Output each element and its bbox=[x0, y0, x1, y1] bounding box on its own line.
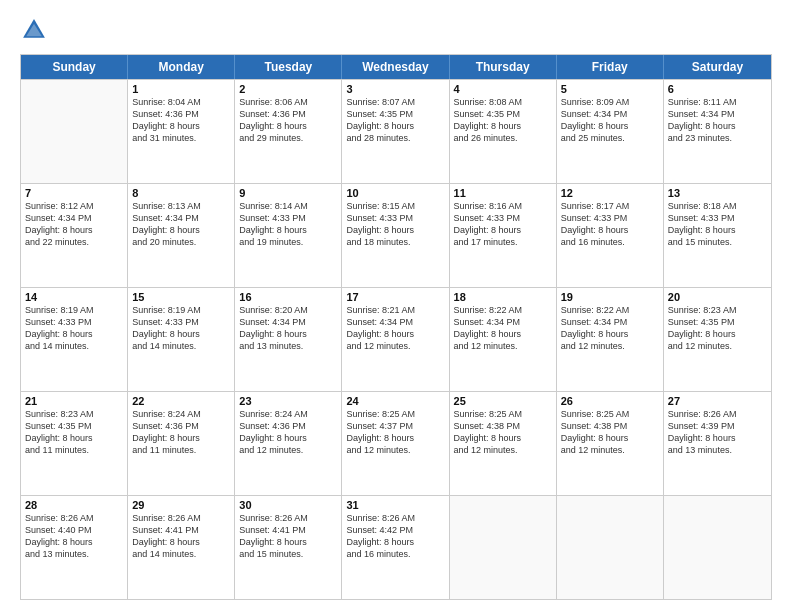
day-info: Sunrise: 8:16 AM Sunset: 4:33 PM Dayligh… bbox=[454, 200, 552, 249]
day-info: Sunrise: 8:20 AM Sunset: 4:34 PM Dayligh… bbox=[239, 304, 337, 353]
day-info: Sunrise: 8:04 AM Sunset: 4:36 PM Dayligh… bbox=[132, 96, 230, 145]
calendar-cell: 14Sunrise: 8:19 AM Sunset: 4:33 PM Dayli… bbox=[21, 288, 128, 391]
day-info: Sunrise: 8:22 AM Sunset: 4:34 PM Dayligh… bbox=[454, 304, 552, 353]
weekday-header: Sunday bbox=[21, 55, 128, 79]
day-info: Sunrise: 8:15 AM Sunset: 4:33 PM Dayligh… bbox=[346, 200, 444, 249]
day-number: 7 bbox=[25, 187, 123, 199]
calendar-cell: 22Sunrise: 8:24 AM Sunset: 4:36 PM Dayli… bbox=[128, 392, 235, 495]
calendar-cell: 15Sunrise: 8:19 AM Sunset: 4:33 PM Dayli… bbox=[128, 288, 235, 391]
logo-area bbox=[20, 16, 50, 44]
day-info: Sunrise: 8:26 AM Sunset: 4:41 PM Dayligh… bbox=[132, 512, 230, 561]
calendar-cell: 26Sunrise: 8:25 AM Sunset: 4:38 PM Dayli… bbox=[557, 392, 664, 495]
calendar-cell: 27Sunrise: 8:26 AM Sunset: 4:39 PM Dayli… bbox=[664, 392, 771, 495]
calendar-cell: 18Sunrise: 8:22 AM Sunset: 4:34 PM Dayli… bbox=[450, 288, 557, 391]
calendar-cell: 5Sunrise: 8:09 AM Sunset: 4:34 PM Daylig… bbox=[557, 80, 664, 183]
day-number: 27 bbox=[668, 395, 767, 407]
calendar-cell: 19Sunrise: 8:22 AM Sunset: 4:34 PM Dayli… bbox=[557, 288, 664, 391]
day-info: Sunrise: 8:25 AM Sunset: 4:38 PM Dayligh… bbox=[454, 408, 552, 457]
day-number: 19 bbox=[561, 291, 659, 303]
calendar-row: 14Sunrise: 8:19 AM Sunset: 4:33 PM Dayli… bbox=[21, 287, 771, 391]
day-number: 22 bbox=[132, 395, 230, 407]
calendar-cell: 6Sunrise: 8:11 AM Sunset: 4:34 PM Daylig… bbox=[664, 80, 771, 183]
day-number: 26 bbox=[561, 395, 659, 407]
calendar-cell: 20Sunrise: 8:23 AM Sunset: 4:35 PM Dayli… bbox=[664, 288, 771, 391]
day-info: Sunrise: 8:25 AM Sunset: 4:37 PM Dayligh… bbox=[346, 408, 444, 457]
calendar-cell: 23Sunrise: 8:24 AM Sunset: 4:36 PM Dayli… bbox=[235, 392, 342, 495]
day-number: 23 bbox=[239, 395, 337, 407]
day-number: 16 bbox=[239, 291, 337, 303]
day-info: Sunrise: 8:09 AM Sunset: 4:34 PM Dayligh… bbox=[561, 96, 659, 145]
day-number: 2 bbox=[239, 83, 337, 95]
day-info: Sunrise: 8:06 AM Sunset: 4:36 PM Dayligh… bbox=[239, 96, 337, 145]
day-number: 24 bbox=[346, 395, 444, 407]
day-number: 30 bbox=[239, 499, 337, 511]
calendar-cell: 10Sunrise: 8:15 AM Sunset: 4:33 PM Dayli… bbox=[342, 184, 449, 287]
day-number: 5 bbox=[561, 83, 659, 95]
day-number: 6 bbox=[668, 83, 767, 95]
day-info: Sunrise: 8:23 AM Sunset: 4:35 PM Dayligh… bbox=[668, 304, 767, 353]
day-info: Sunrise: 8:24 AM Sunset: 4:36 PM Dayligh… bbox=[132, 408, 230, 457]
calendar-page: SundayMondayTuesdayWednesdayThursdayFrid… bbox=[0, 0, 792, 612]
calendar-cell: 30Sunrise: 8:26 AM Sunset: 4:41 PM Dayli… bbox=[235, 496, 342, 599]
day-info: Sunrise: 8:26 AM Sunset: 4:39 PM Dayligh… bbox=[668, 408, 767, 457]
day-info: Sunrise: 8:17 AM Sunset: 4:33 PM Dayligh… bbox=[561, 200, 659, 249]
day-info: Sunrise: 8:12 AM Sunset: 4:34 PM Dayligh… bbox=[25, 200, 123, 249]
calendar-cell bbox=[450, 496, 557, 599]
weekday-header: Thursday bbox=[450, 55, 557, 79]
header bbox=[20, 16, 772, 44]
calendar-cell: 16Sunrise: 8:20 AM Sunset: 4:34 PM Dayli… bbox=[235, 288, 342, 391]
calendar-cell: 17Sunrise: 8:21 AM Sunset: 4:34 PM Dayli… bbox=[342, 288, 449, 391]
calendar: SundayMondayTuesdayWednesdayThursdayFrid… bbox=[20, 54, 772, 600]
day-number: 29 bbox=[132, 499, 230, 511]
calendar-cell bbox=[21, 80, 128, 183]
day-number: 8 bbox=[132, 187, 230, 199]
day-info: Sunrise: 8:24 AM Sunset: 4:36 PM Dayligh… bbox=[239, 408, 337, 457]
calendar-cell: 2Sunrise: 8:06 AM Sunset: 4:36 PM Daylig… bbox=[235, 80, 342, 183]
day-number: 12 bbox=[561, 187, 659, 199]
day-number: 3 bbox=[346, 83, 444, 95]
day-info: Sunrise: 8:13 AM Sunset: 4:34 PM Dayligh… bbox=[132, 200, 230, 249]
day-info: Sunrise: 8:11 AM Sunset: 4:34 PM Dayligh… bbox=[668, 96, 767, 145]
day-number: 10 bbox=[346, 187, 444, 199]
day-number: 31 bbox=[346, 499, 444, 511]
calendar-cell: 7Sunrise: 8:12 AM Sunset: 4:34 PM Daylig… bbox=[21, 184, 128, 287]
day-info: Sunrise: 8:22 AM Sunset: 4:34 PM Dayligh… bbox=[561, 304, 659, 353]
calendar-cell: 29Sunrise: 8:26 AM Sunset: 4:41 PM Dayli… bbox=[128, 496, 235, 599]
day-number: 15 bbox=[132, 291, 230, 303]
weekday-header: Monday bbox=[128, 55, 235, 79]
day-info: Sunrise: 8:23 AM Sunset: 4:35 PM Dayligh… bbox=[25, 408, 123, 457]
day-info: Sunrise: 8:19 AM Sunset: 4:33 PM Dayligh… bbox=[25, 304, 123, 353]
weekday-header: Tuesday bbox=[235, 55, 342, 79]
calendar-cell: 28Sunrise: 8:26 AM Sunset: 4:40 PM Dayli… bbox=[21, 496, 128, 599]
weekday-header: Saturday bbox=[664, 55, 771, 79]
calendar-cell bbox=[557, 496, 664, 599]
calendar-cell: 9Sunrise: 8:14 AM Sunset: 4:33 PM Daylig… bbox=[235, 184, 342, 287]
day-info: Sunrise: 8:25 AM Sunset: 4:38 PM Dayligh… bbox=[561, 408, 659, 457]
calendar-cell: 8Sunrise: 8:13 AM Sunset: 4:34 PM Daylig… bbox=[128, 184, 235, 287]
calendar-cell: 24Sunrise: 8:25 AM Sunset: 4:37 PM Dayli… bbox=[342, 392, 449, 495]
day-info: Sunrise: 8:26 AM Sunset: 4:42 PM Dayligh… bbox=[346, 512, 444, 561]
calendar-cell: 25Sunrise: 8:25 AM Sunset: 4:38 PM Dayli… bbox=[450, 392, 557, 495]
calendar-cell: 31Sunrise: 8:26 AM Sunset: 4:42 PM Dayli… bbox=[342, 496, 449, 599]
day-number: 11 bbox=[454, 187, 552, 199]
calendar-cell: 1Sunrise: 8:04 AM Sunset: 4:36 PM Daylig… bbox=[128, 80, 235, 183]
day-number: 13 bbox=[668, 187, 767, 199]
day-number: 20 bbox=[668, 291, 767, 303]
calendar-cell: 21Sunrise: 8:23 AM Sunset: 4:35 PM Dayli… bbox=[21, 392, 128, 495]
day-number: 9 bbox=[239, 187, 337, 199]
day-number: 1 bbox=[132, 83, 230, 95]
day-number: 17 bbox=[346, 291, 444, 303]
calendar-header: SundayMondayTuesdayWednesdayThursdayFrid… bbox=[21, 55, 771, 79]
logo-icon bbox=[20, 16, 48, 44]
day-info: Sunrise: 8:18 AM Sunset: 4:33 PM Dayligh… bbox=[668, 200, 767, 249]
calendar-cell: 11Sunrise: 8:16 AM Sunset: 4:33 PM Dayli… bbox=[450, 184, 557, 287]
day-number: 4 bbox=[454, 83, 552, 95]
weekday-header: Wednesday bbox=[342, 55, 449, 79]
calendar-row: 7Sunrise: 8:12 AM Sunset: 4:34 PM Daylig… bbox=[21, 183, 771, 287]
calendar-cell: 13Sunrise: 8:18 AM Sunset: 4:33 PM Dayli… bbox=[664, 184, 771, 287]
day-number: 18 bbox=[454, 291, 552, 303]
day-info: Sunrise: 8:21 AM Sunset: 4:34 PM Dayligh… bbox=[346, 304, 444, 353]
day-info: Sunrise: 8:19 AM Sunset: 4:33 PM Dayligh… bbox=[132, 304, 230, 353]
day-info: Sunrise: 8:14 AM Sunset: 4:33 PM Dayligh… bbox=[239, 200, 337, 249]
weekday-header: Friday bbox=[557, 55, 664, 79]
